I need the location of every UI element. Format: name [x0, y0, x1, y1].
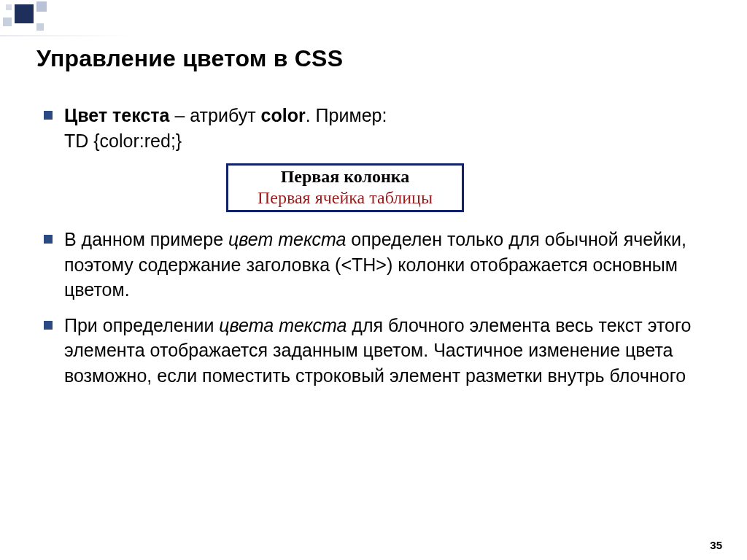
square-icon [36, 23, 44, 31]
bullet-list: Цвет текста – атрибут color. Пример: TD … [44, 103, 718, 388]
square-icon [36, 1, 47, 12]
list-item: При определении цвета текста для блочног… [44, 313, 718, 389]
italic-text: цвет текста [228, 229, 346, 249]
square-icon [6, 4, 12, 10]
square-icon [3, 18, 12, 26]
attr-name: color [261, 105, 306, 125]
code-example: TD {color:red;} [64, 131, 182, 151]
square-icon [15, 4, 34, 23]
text: . Пример: [306, 105, 387, 125]
list-item-text: При определении цвета текста для блочног… [64, 313, 718, 389]
bullet-icon [44, 235, 53, 244]
page-title: Управление цветом в CSS [36, 45, 718, 72]
text: – атрибут [169, 105, 260, 125]
example-td: Первая ячейка таблицы [228, 187, 462, 210]
divider [0, 35, 131, 36]
example-table: Первая колонка Первая ячейка таблицы [226, 163, 464, 212]
italic-text: цвета текста [219, 315, 347, 335]
list-item: В данном примере цвет текста определен т… [44, 227, 718, 303]
example-th: Первая колонка [228, 166, 462, 187]
bullet-icon [44, 321, 53, 330]
bold-text: Цвет текста [64, 105, 169, 125]
bullet-icon [44, 111, 53, 120]
corner-decoration [0, 0, 131, 36]
page-number: 35 [710, 539, 722, 551]
text: В данном примере [64, 229, 228, 249]
list-item-text: В данном примере цвет текста определен т… [64, 227, 718, 303]
slide-body: Управление цветом в CSS Цвет текста – ат… [36, 45, 718, 538]
list-item-text: Цвет текста – атрибут color. Пример: TD … [64, 103, 718, 153]
list-item: Цвет текста – атрибут color. Пример: TD … [44, 103, 718, 153]
text: При определении [64, 315, 219, 335]
